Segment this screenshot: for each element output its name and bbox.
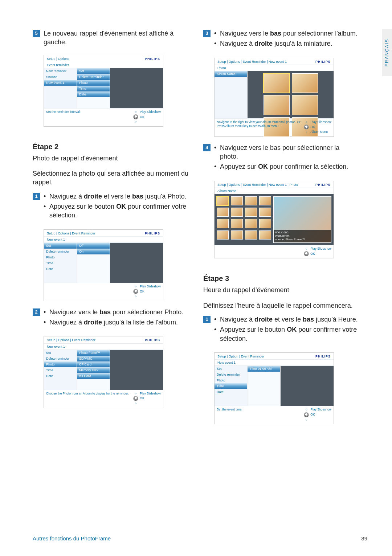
control-hints: ○Play Slideshow OK ○ (134, 110, 161, 124)
etape3-step1: 1 Naviguez à droite et vers le bas jusqu… (203, 315, 359, 344)
etape-3-title: Étape 3 (203, 274, 359, 283)
etape-3-body: Définissez l'heure à laquelle le rappel … (203, 301, 359, 310)
num-badge-4: 4 (203, 144, 211, 151)
page-number: 39 (361, 535, 367, 541)
ok-ring-icon (304, 252, 309, 256)
section-row: New event 1 (44, 236, 163, 242)
step-5-text: Le nouveau rappel d'événement est affich… (44, 29, 189, 47)
section-row: New event 1 (215, 359, 334, 365)
num-badge-5: 5 (33, 30, 40, 37)
section-row: Event reminder (44, 62, 163, 68)
columns: 5 Le nouveau rappel d'événement est affi… (33, 29, 367, 521)
screenshot-event-reminder-list: Setup | Options PHILIPS Event reminder N… (44, 55, 163, 127)
screenshot-album-thumbnails: Setup | Options | Event Reminder | New e… (214, 58, 334, 137)
right-column: 3 Naviguez vers le bas pour sélectionner… (203, 29, 359, 521)
screenshot-photo-source: Setup | Options | Event Reminder PHILIPS… (44, 336, 163, 408)
breadcrumb: Setup | Options | Event Reminder | New e… (217, 60, 287, 64)
ok-ring-icon (134, 396, 138, 401)
etape-3-sub: Heure du rappel d'événement (203, 286, 359, 294)
thumb-photo (292, 95, 318, 115)
screenshot-time: Setup | Option | Event Reminder PHILIPS … (214, 352, 334, 424)
right-step4: 4 Naviguez vers le bas pour sélectionner… (203, 143, 359, 173)
ok-ring-icon (134, 115, 138, 119)
preview-meta: 800 X 600 2006/07/01 source: Photo Frame… (274, 230, 331, 242)
section-row: Album Name (215, 188, 334, 194)
etape2-step1-list: Naviguez à droite et vers le bas jusqu'à… (44, 192, 189, 221)
brand-logo-text: PHILIPS (145, 57, 160, 61)
right-step3: 3 Naviguez vers le bas pour sélectionner… (203, 29, 359, 50)
breadcrumb: Setup | Options | Event Reminder (47, 231, 95, 236)
thumb-photo (264, 95, 290, 115)
hint-text: Choose the Photo from an Album to displa… (46, 392, 134, 396)
num-badge-2: 2 (33, 308, 40, 316)
etape2-step2: 2 Naviguez vers le bas pour sélectionner… (33, 308, 189, 328)
brand-logo-text: PHILIPS (145, 338, 160, 342)
screenshot-set-on-off: Setup | Options | Event Reminder PHILIPS… (44, 229, 163, 301)
breadcrumb: Setup | Options (47, 57, 69, 61)
etape-2-body: Sélectionnez la photo qui sera affichée … (33, 169, 189, 187)
breadcrumb: Setup | Options | Event Reminder | New e… (217, 183, 298, 187)
thumbnail-grid (215, 194, 273, 245)
manual-page: FRANÇAIS 5 Le nouveau rappel d'événement… (0, 0, 392, 556)
thumb-photo (264, 73, 290, 93)
ok-ring-icon (304, 125, 309, 129)
photo-preview: 800 X 600 2006/07/01 source: Photo Frame… (273, 196, 331, 243)
section-row: Photo (215, 65, 334, 71)
hint-text: Navigate to the right to view your album… (217, 120, 304, 128)
hint-text: Set the reminder interval. (46, 110, 134, 114)
brand-logo-text: PHILIPS (315, 183, 331, 187)
etape2-step1: 1 Naviguez à droite et vers le bas jusqu… (33, 192, 189, 221)
num-badge-1: 1 (203, 316, 211, 323)
thumb-photo (292, 73, 318, 93)
breadcrumb: Setup | Options | Event Reminder (47, 338, 95, 342)
num-badge-3: 3 (203, 30, 211, 37)
step-5: 5 Le nouveau rappel d'événement est affi… (33, 29, 189, 47)
num-badge-1: 1 (33, 193, 40, 200)
screenshot-photo-preview: Setup | Options | Event Reminder | New e… (214, 181, 334, 259)
left-column: 5 Le nouveau rappel d'événement est affi… (33, 29, 189, 521)
brand-logo-text: PHILIPS (145, 231, 160, 236)
hint-text: Set the event time. (217, 408, 304, 412)
language-tab: FRANÇAIS (382, 29, 392, 76)
page-footer: Autres fonctions du PhotoFrame 39 (33, 521, 367, 541)
breadcrumb: Setup | Option | Event Reminder (217, 354, 264, 359)
thumb-photo (217, 196, 229, 205)
footer-section: Autres fonctions du PhotoFrame (33, 535, 111, 541)
brand-logo-text: PHILIPS (315, 354, 331, 359)
etape-2-title: Étape 2 (33, 142, 189, 152)
section-row: New event 1 (44, 343, 163, 349)
etape-2-sub: Photo de rappel d'événement (33, 154, 189, 163)
brand-logo-text: PHILIPS (315, 60, 331, 64)
ok-ring-icon (304, 413, 309, 417)
ok-ring-icon (134, 289, 138, 294)
